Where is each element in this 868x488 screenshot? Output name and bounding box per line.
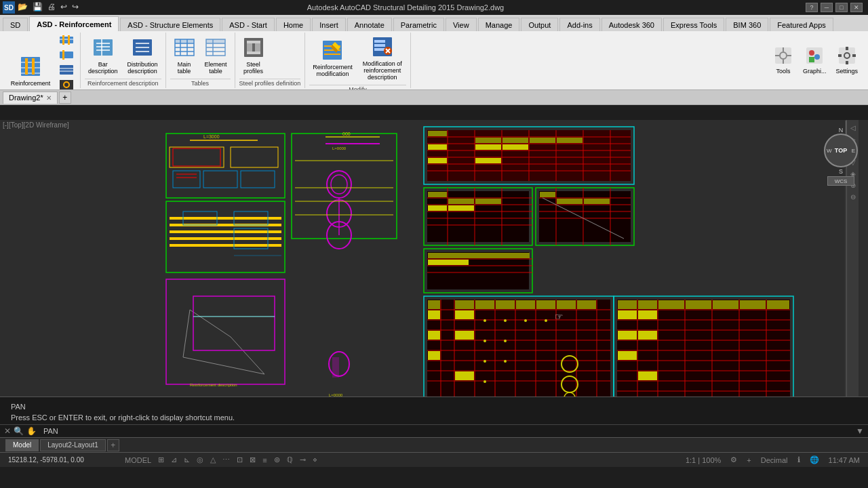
document-tab-drawing2[interactable]: Drawing2* ✕	[3, 92, 58, 104]
polar-btn[interactable]: ◎	[194, 455, 206, 464]
qat-save[interactable]: 💾	[31, 1, 44, 12]
tab-autodesk360[interactable]: Autodesk 360	[601, 18, 662, 31]
new-layout-button[interactable]: +	[107, 439, 119, 451]
layout-tabs: Model Layout2-Layout1 +	[0, 437, 868, 452]
tab-asd-structure[interactable]: ASD - Structure Elements	[120, 18, 220, 31]
tab-addins[interactable]: Add-ins	[559, 18, 599, 31]
layout-tab-layout2[interactable]: Layout2-Layout1	[40, 439, 106, 451]
main-table-btn[interactable]: Maintable	[170, 35, 199, 77]
ribbon-tab-bar: SD ASD - Reinforcement ASD - Structure E…	[0, 15, 868, 31]
rebar-icon-1	[60, 35, 73, 47]
reinforcement-modification-btn[interactable]: Reinforcementmodification	[309, 37, 356, 80]
qp-btn[interactable]: ℚ	[284, 455, 296, 464]
svg-rect-246	[713, 300, 738, 309]
rebar-btn-4[interactable]	[57, 79, 76, 89]
doc-tab-close[interactable]: ✕	[46, 94, 52, 102]
tab-manage[interactable]: Manage	[478, 18, 520, 31]
svg-rect-132	[475, 144, 501, 150]
snap-btn[interactable]: ⊿	[168, 455, 180, 464]
rebar-btn-2[interactable]	[57, 49, 76, 63]
tab-bim360[interactable]: BIM 360	[726, 18, 768, 31]
svg-rect-68	[809, 57, 814, 62]
am-btn[interactable]: ⋄	[310, 455, 320, 464]
main-table-label: Maintable	[178, 62, 191, 75]
ribbon-group-reinforcement-description: Bardescription Distributiondescription R…	[81, 33, 166, 88]
settings-icon-status[interactable]: ⚙	[728, 455, 740, 464]
compass-west-label: W	[827, 148, 832, 154]
tab-asd-start[interactable]: ASD - Start	[222, 18, 275, 31]
tab-parametric[interactable]: Parametric	[393, 18, 444, 31]
reinforcement-modification-icon	[321, 39, 343, 63]
app-icon[interactable]: SD	[3, 1, 15, 14]
info-icon[interactable]: ℹ	[795, 455, 803, 464]
command-input[interactable]	[41, 427, 856, 435]
svg-rect-71	[846, 47, 848, 50]
tab-annotate[interactable]: Annotate	[347, 18, 392, 31]
tab-featured-apps[interactable]: Featured Apps	[770, 18, 833, 31]
new-tab-button[interactable]: +	[59, 92, 71, 104]
command-icons: ✕ 🔍 ✋	[0, 426, 41, 436]
close-button[interactable]: ✕	[850, 3, 863, 12]
distribution-description-btn[interactable]: Distributiondescription	[124, 35, 161, 77]
cmd-pan-icon[interactable]: ✋	[26, 426, 37, 436]
qat-open[interactable]: 📂	[16, 1, 29, 12]
maximize-button[interactable]: □	[835, 3, 848, 12]
graphics-btn[interactable]: Graphi...	[800, 44, 830, 77]
compass-top-label: TOP	[835, 147, 847, 154]
tab-express[interactable]: Express Tools	[663, 18, 724, 31]
layout-tab-model[interactable]: Model	[5, 439, 39, 451]
tab-asd-reinforcement[interactable]: ASD - Reinforcement	[29, 16, 119, 31]
cmd-search-icon[interactable]: 🔍	[14, 426, 24, 436]
otrack-btn[interactable]: ⋯	[220, 455, 233, 464]
tab-insert[interactable]: Insert	[312, 18, 346, 31]
svg-point-213	[504, 319, 507, 322]
steel-profiles-icon	[243, 37, 264, 60]
tp-btn[interactable]: ⊚	[271, 455, 283, 464]
ducs-btn[interactable]: ⊡	[234, 455, 245, 464]
panel-btn-7[interactable]: ⊖	[849, 192, 857, 202]
modification-reinf-desc-btn[interactable]: Modification ofreinforcement description	[359, 34, 406, 83]
rebar-btn-3[interactable]	[57, 64, 76, 78]
bar-description-btn[interactable]: Bardescription	[85, 35, 121, 77]
tools-btn[interactable]: Tools	[770, 44, 797, 77]
svg-point-67	[814, 54, 820, 60]
canvas-area[interactable]: [-][Top][2D Wireframe] N W TOP E S WCS L…	[0, 120, 868, 411]
tools-label: Tools	[776, 68, 790, 75]
element-table-btn[interactable]: Elementtable	[201, 35, 231, 77]
compass-south-label: S	[821, 168, 861, 175]
tab-view[interactable]: View	[446, 18, 477, 31]
svg-rect-204	[557, 300, 576, 309]
cmd-close-icon[interactable]: ✕	[4, 426, 11, 436]
ortho-btn[interactable]: ⊾	[181, 455, 193, 464]
svg-rect-131	[428, 144, 447, 150]
minimize-button[interactable]: ─	[821, 3, 833, 12]
dyn-btn[interactable]: ⊠	[247, 455, 258, 464]
qat-print[interactable]: 🖨	[46, 1, 57, 12]
sc-btn[interactable]: ⊸	[297, 455, 309, 464]
help-button[interactable]: ?	[806, 3, 818, 12]
command-prompt: Press ESC or ENTER to exit, or right-cli…	[5, 413, 863, 422]
network-icon[interactable]: 🌐	[807, 455, 822, 464]
window-controls: ? ─ □ ✕	[806, 3, 863, 12]
qat-undo[interactable]: ↩	[59, 1, 68, 12]
grid-btn[interactable]: ⊞	[155, 455, 167, 464]
osnap-btn[interactable]: △	[208, 455, 218, 464]
steel-profiles-btn[interactable]: Steelprofiles	[239, 35, 268, 77]
ribbon-group-reinforcement-definition: Reinforcement -elevation...	[3, 33, 81, 88]
drawing-canvas[interactable]: L=3000 000 L=0000	[0, 120, 868, 411]
svg-rect-11	[62, 50, 64, 60]
command-dropdown[interactable]: ▼	[856, 426, 868, 436]
plus-icon-status[interactable]: +	[744, 456, 753, 464]
settings-icon	[837, 46, 856, 67]
rebar-btn-1[interactable]	[57, 34, 76, 48]
qat-redo[interactable]: ↪	[71, 1, 80, 12]
tab-home[interactable]: Home	[276, 18, 311, 31]
reinforcement-description-label: Reinforcement description	[85, 79, 161, 87]
settings-btn[interactable]: Settings	[832, 44, 861, 77]
tab-output[interactable]: Output	[521, 18, 558, 31]
reinforcement-elevation-btn[interactable]: Reinforcement -elevation...	[7, 54, 54, 89]
svg-text:L=3000: L=3000	[203, 134, 220, 139]
tab-sd[interactable]: SD	[3, 18, 28, 31]
svg-rect-253	[618, 351, 637, 360]
lw-btn[interactable]: ≡	[260, 456, 269, 464]
